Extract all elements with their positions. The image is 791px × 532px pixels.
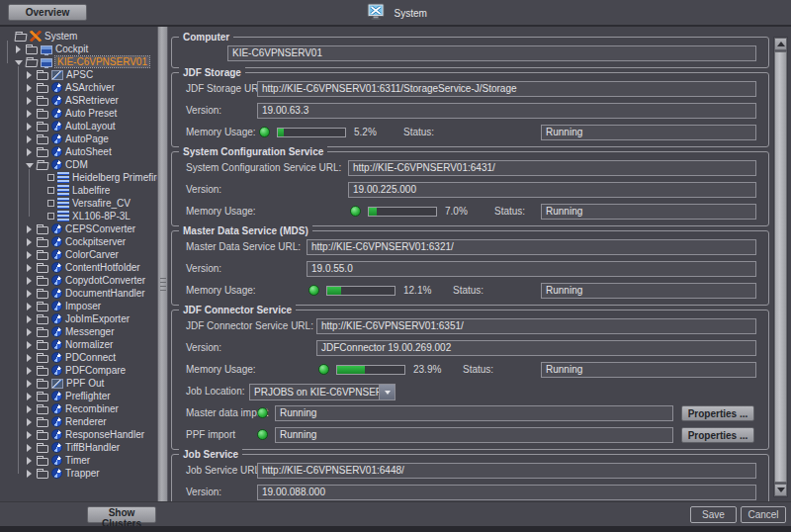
tree-item-cockpitserver[interactable]: Cockpitserver <box>0 235 157 248</box>
expand-arrow-icon[interactable] <box>26 71 34 79</box>
tree-item-copydotconverter[interactable]: CopydotConverter <box>0 274 157 287</box>
show-clusters-button[interactable]: Show Clusters <box>87 506 156 523</box>
tree-item-tiffbhandler[interactable]: TiffBHandler <box>0 441 157 454</box>
status-field[interactable]: Running <box>541 283 756 299</box>
tree-item-xl106-8p-3l[interactable]: XL106-8P-3L <box>0 210 157 222</box>
version-field[interactable]: 19.00.63.3 <box>257 103 756 119</box>
checkbox-icon[interactable] <box>47 174 54 181</box>
tree-item-pdfcompare[interactable]: PDFCompare <box>0 364 157 377</box>
status-field[interactable]: Running <box>541 204 756 220</box>
expand-arrow-icon[interactable] <box>26 251 34 259</box>
vertical-scrollbar[interactable] <box>773 37 788 497</box>
collapse-arrow-icon[interactable] <box>26 161 34 169</box>
expand-arrow-icon[interactable] <box>26 328 34 336</box>
ppf-import-field[interactable]: Running <box>275 427 673 443</box>
tree-item-cockpit[interactable]: Cockpit <box>0 43 157 55</box>
system-configuration-service-url-field[interactable]: http://KIE-C6VPNSERV01:6431/ <box>348 160 756 176</box>
computer-name-field[interactable]: KIE-C6VPNSERV01 <box>227 45 756 61</box>
jdf-connector-service-url-field[interactable]: http://KIE-C6VPNSERV01:6351/ <box>316 318 756 334</box>
tree-item-cdm[interactable]: CDM <box>0 158 157 171</box>
scroll-down-button[interactable] <box>774 484 787 496</box>
expand-arrow-icon[interactable] <box>26 367 34 375</box>
expand-arrow-icon[interactable] <box>26 84 34 92</box>
dropdown-arrow-icon[interactable] <box>379 385 395 399</box>
jdf-storage-url-field[interactable]: http://KIE-C6VPNSERV01:6311/StorageServi… <box>257 81 756 97</box>
version-field[interactable]: 19.00.088.000 <box>257 485 756 500</box>
scroll-up-button[interactable] <box>774 38 787 50</box>
tree-item-versafire-cv[interactable]: Versafire_CV <box>0 197 157 210</box>
expand-arrow-icon[interactable] <box>26 393 34 400</box>
tree-item-preflighter[interactable]: Preflighter <box>0 390 157 402</box>
expand-arrow-icon[interactable] <box>26 303 34 310</box>
tree-item-autopage[interactable]: AutoPage <box>0 133 157 145</box>
tree-item-trapper[interactable]: Trapper <box>0 467 157 480</box>
tree-item-kie-c6vpnserv01[interactable]: KIE-C6VPNSERV01 <box>0 55 157 68</box>
expand-arrow-icon[interactable] <box>26 290 34 298</box>
expand-arrow-icon[interactable] <box>26 110 34 118</box>
expand-arrow-icon[interactable] <box>26 264 34 272</box>
expand-arrow-icon[interactable] <box>26 341 34 349</box>
tree-item-responsehandler[interactable]: ResponseHandler <box>0 428 157 441</box>
expand-arrow-icon[interactable] <box>26 431 34 439</box>
overview-button[interactable]: Overview <box>8 4 87 21</box>
version-field[interactable]: JDFConnector 19.00.269.002 <box>316 340 756 356</box>
expand-arrow-icon[interactable] <box>26 457 34 465</box>
tree-item-apsc[interactable]: APSC <box>0 68 157 81</box>
expand-arrow-icon[interactable] <box>26 225 34 233</box>
status-field[interactable]: Running <box>541 362 756 378</box>
scrollbar-thumb[interactable] <box>774 51 787 483</box>
expand-arrow-icon[interactable] <box>26 418 34 426</box>
tree-item-documenthandler[interactable]: DocumentHandler <box>0 287 157 300</box>
tree-item-labelfire[interactable]: Labelfire <box>0 184 157 197</box>
expand-arrow-icon[interactable] <box>26 444 34 452</box>
expand-arrow-icon[interactable] <box>26 97 34 105</box>
expand-arrow-icon[interactable] <box>26 405 34 413</box>
collapse-arrow-icon[interactable] <box>15 58 23 66</box>
tree-item-asretriever[interactable]: ASRetriever <box>0 94 157 107</box>
expand-arrow-icon[interactable] <box>26 238 34 246</box>
tree-item-asarchiver[interactable]: ASArchiver <box>0 81 157 94</box>
tree-item-pdconnect[interactable]: PDConnect <box>0 351 157 364</box>
version-field[interactable]: 19.00.225.000 <box>348 182 756 198</box>
expand-arrow-icon[interactable] <box>15 45 23 53</box>
panel-splitter[interactable] <box>157 27 168 526</box>
tree-item-timer[interactable]: Timer <box>0 454 157 467</box>
tree-item-messenger[interactable]: Messenger <box>0 325 157 338</box>
tree-item-autolayout[interactable]: AutoLayout <box>0 120 157 133</box>
master-data-import-properties-button[interactable]: Properties ... <box>681 405 754 421</box>
checkbox-icon[interactable] <box>47 200 54 207</box>
tree-item-colorcarver[interactable]: ColorCarver <box>0 248 157 261</box>
tree-item-contenthotfolder[interactable]: ContentHotfolder <box>0 261 157 274</box>
expand-arrow-icon[interactable] <box>26 135 34 143</box>
tree-item-autosheet[interactable]: AutoSheet <box>0 145 157 158</box>
tree-item-ppf-out[interactable]: PPF Out <box>0 377 157 390</box>
expand-arrow-icon[interactable] <box>26 354 34 362</box>
job-location-select[interactable]: PRJOBS on KIE-C6VPNSERV01 <box>249 384 396 400</box>
tree-item-recombiner[interactable]: Recombiner <box>0 402 157 415</box>
checkbox-icon[interactable] <box>47 187 54 194</box>
master-data-service-url-field[interactable]: http://KIE-C6VPNSERV01:6321/ <box>307 239 756 255</box>
job-service-url-field[interactable]: http://KIE-C6VPNSERV01:6448/ <box>257 463 756 479</box>
tree-item-jobimexporter[interactable]: JobImExporter <box>0 312 157 325</box>
status-field[interactable]: Running <box>541 125 756 140</box>
expand-arrow-icon[interactable] <box>26 123 34 131</box>
tree-item-renderer[interactable]: Renderer <box>0 415 157 428</box>
tree-item-normalizer[interactable]: Normalizer <box>0 338 157 351</box>
save-button[interactable]: Save <box>690 506 737 523</box>
checkbox-icon[interactable] <box>47 213 54 220</box>
expand-arrow-icon[interactable] <box>26 315 34 323</box>
master-data-import-field[interactable]: Running <box>275 405 673 421</box>
expand-arrow-icon[interactable] <box>26 148 34 156</box>
expand-arrow-icon[interactable] <box>26 277 34 285</box>
ppf-import-properties-button[interactable]: Properties ... <box>681 427 754 443</box>
version-field[interactable]: 19.0.55.0 <box>307 261 756 277</box>
monitor-icon <box>41 45 52 54</box>
expand-arrow-icon[interactable] <box>26 470 34 478</box>
expand-arrow-icon[interactable] <box>26 380 34 388</box>
tree-item-imposer[interactable]: Imposer <box>0 300 157 312</box>
tree-item-system[interactable]: System <box>0 30 157 43</box>
tree-item-heidelberg-primefire-106[interactable]: Heidelberg Primefire 106 <box>0 171 157 184</box>
cancel-button[interactable]: Cancel <box>741 506 786 523</box>
tree-item-auto-preset[interactable]: Auto Preset <box>0 107 157 120</box>
tree-item-cepsconverter[interactable]: CEPSConverter <box>0 222 157 235</box>
